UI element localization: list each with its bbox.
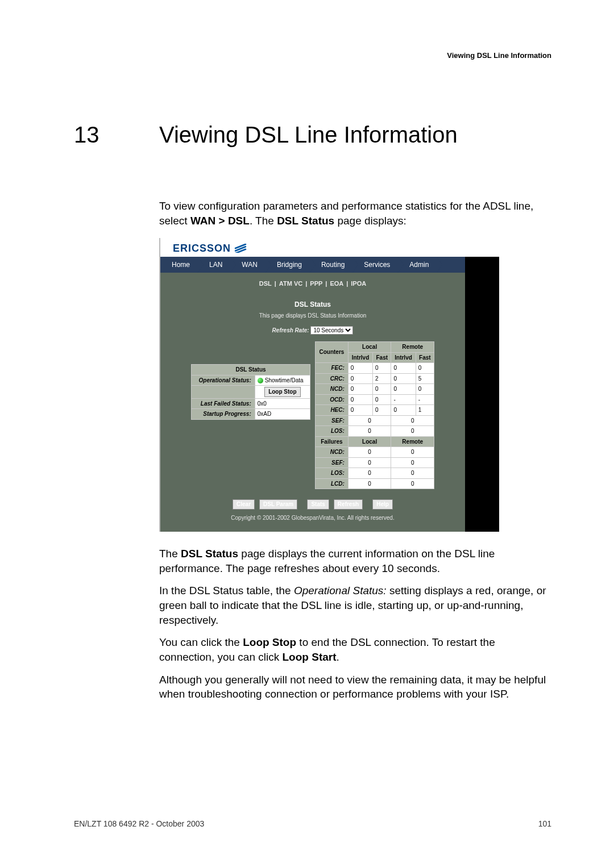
counter-value: 0 (348, 384, 372, 395)
counter-row-merged: LOS:00 (316, 426, 434, 437)
status-row: Last Failed Status:0x0 (192, 398, 310, 409)
counter-row: HEC:0001 (316, 405, 434, 416)
subcol-fast: Fast (373, 352, 391, 363)
counter-value: 0 (348, 394, 372, 405)
region-local: Local (348, 342, 391, 353)
counter-value: 0 (348, 426, 391, 437)
paragraph-troubleshooting: Although you generally will not need to … (159, 673, 551, 702)
counter-value: 2 (373, 373, 391, 384)
intro-paragraph: To view configuration parameters and per… (159, 199, 551, 228)
failure-label: SEF: (316, 457, 349, 468)
brand-text: ERICSSON (173, 241, 231, 255)
tab-routing[interactable]: Routing (310, 257, 352, 273)
counter-value: 0 (391, 405, 416, 416)
counter-value: - (391, 394, 416, 405)
counter-value: 0 (416, 384, 434, 395)
subnav-dsl[interactable]: DSL (258, 280, 273, 287)
tab-services[interactable]: Services (352, 257, 398, 273)
footer-docref: EN/LZT 108 6492 R2 - October 2003 (74, 819, 204, 828)
failure-value: 0 (391, 447, 434, 458)
failure-label: LCD: (316, 478, 349, 489)
counter-value: 0 (373, 405, 391, 416)
status-extra-cell: Loop Stop (255, 386, 310, 399)
failure-label: LOS: (316, 468, 349, 479)
status-row: Startup Progress:0xAD (192, 409, 310, 420)
status-label: Operational Status: (192, 375, 255, 386)
counter-row: OCD:00-- (316, 394, 434, 405)
counter-label: LOS: (316, 426, 349, 437)
counter-value: 0 (391, 373, 416, 384)
tab-admin[interactable]: Admin (398, 257, 437, 273)
counters-title: Counters (316, 342, 349, 363)
subcol-intrlvd: Intrlvd (391, 352, 416, 363)
page-footer: EN/LZT 108 6492 R2 - October 2003 101 (74, 819, 551, 828)
wan-subnav: DSL|ATM VC|PPP|EOA|IPOA (160, 273, 465, 291)
tab-bridging[interactable]: Bridging (265, 257, 310, 273)
counter-row: CRC:0205 (316, 373, 434, 384)
chapter-number: 13 (74, 122, 159, 148)
status-label: Startup Progress: (192, 409, 255, 420)
counter-value: 0 (348, 363, 372, 374)
clear-button[interactable]: Clear (233, 499, 255, 510)
counter-row: FEC:0000 (316, 363, 434, 374)
status-label: Last Failed Status: (192, 398, 255, 409)
failure-remote: Remote (391, 436, 434, 447)
refresh-rate-row: Refresh Rate: 10 Seconds (160, 326, 465, 341)
failure-value: 0 (391, 468, 434, 479)
counter-value: 1 (416, 405, 434, 416)
dsl-status-table-title: DSL Status (192, 365, 310, 375)
counter-label: HEC: (316, 405, 349, 416)
status-value: Showtime/Data (255, 375, 310, 386)
counter-value: 0 (373, 363, 391, 374)
failure-value: 0 (391, 457, 434, 468)
counter-label: FEC: (316, 363, 349, 374)
counter-value: 0 (373, 384, 391, 395)
subnav-atm-vc[interactable]: ATM VC (277, 280, 304, 287)
refresh-label: Refresh Rate: (272, 327, 309, 333)
subnav-ppp[interactable]: PPP (308, 280, 324, 287)
loop-stop-button[interactable]: Loop Stop (264, 387, 300, 397)
counter-row-merged: SEF:00 (316, 415, 434, 426)
refresh-rate-select[interactable]: 10 Seconds (310, 326, 353, 335)
counter-value: - (416, 394, 434, 405)
failure-value: 0 (348, 478, 391, 489)
status-value: 0x0 (255, 398, 310, 409)
status-extra-row: Loop Stop (192, 386, 310, 399)
failure-value: 0 (348, 447, 391, 458)
counter-value: 0 (391, 426, 434, 437)
failure-value: 0 (348, 468, 391, 479)
running-header: Viewing DSL Line Information (74, 51, 551, 60)
stats-button[interactable]: Stats (307, 499, 329, 510)
screenshot-copyright: Copyright © 2001-2002 GlobespanVirata, I… (160, 514, 465, 532)
help-button[interactable]: Help (372, 499, 393, 510)
tab-home[interactable]: Home (160, 257, 198, 273)
dsl-status-screenshot: ERICSSON HomeLANWANBridgingRoutingServic… (159, 238, 499, 532)
status-led-icon (258, 378, 263, 383)
subnav-ipoa[interactable]: IPOA (349, 280, 368, 287)
button-gap (300, 500, 305, 507)
refresh-button[interactable]: Refresh (334, 499, 363, 510)
dsl-param-button[interactable]: DSL Param (259, 499, 297, 510)
button-gap (365, 500, 370, 507)
counter-label: OCD: (316, 394, 349, 405)
counter-value: 0 (416, 363, 434, 374)
subnav-eoa[interactable]: EOA (328, 280, 345, 287)
counter-value: 5 (416, 373, 434, 384)
action-button-bar: ClearDSL Param StatsRefresh Help (160, 496, 465, 514)
paragraph-dsl-status: The DSL Status page displays the current… (159, 546, 551, 575)
chapter-heading: 13 Viewing DSL Line Information (74, 122, 551, 148)
paragraph-operational-status: In the DSL Status table, the Operational… (159, 583, 551, 627)
counter-value: 0 (391, 384, 416, 395)
counter-label: NCD: (316, 384, 349, 395)
brand-logo: ERICSSON (173, 241, 493, 255)
paragraph-loop-stop: You can click the Loop Stop to end the D… (159, 635, 551, 664)
status-value: 0xAD (255, 409, 310, 420)
failure-row: LOS:00 (316, 468, 434, 479)
ericsson-stripes-icon (234, 244, 247, 253)
footer-pagenum: 101 (538, 819, 551, 828)
failure-label: NCD: (316, 447, 349, 458)
counter-value: 0 (348, 415, 391, 426)
failure-row: SEF:00 (316, 457, 434, 468)
failure-row: NCD:00 (316, 447, 434, 458)
counter-value: 0 (391, 415, 434, 426)
